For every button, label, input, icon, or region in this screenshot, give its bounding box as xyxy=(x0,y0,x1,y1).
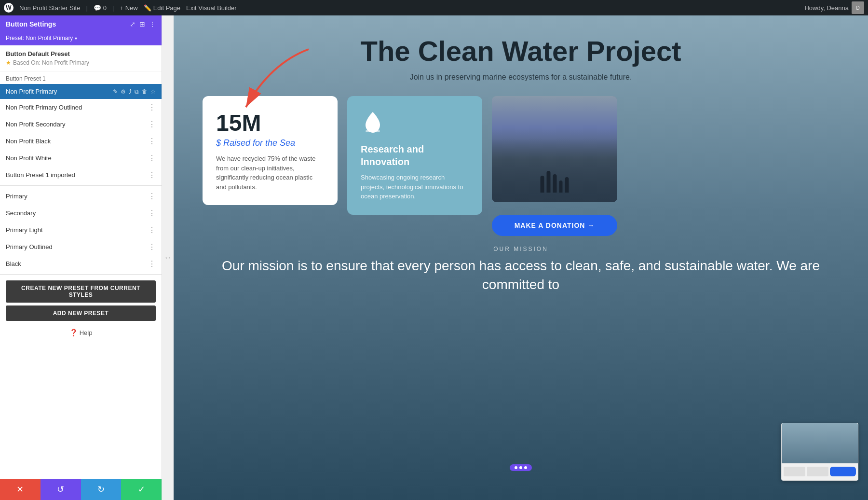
star-preset-icon[interactable]: ☆ xyxy=(150,88,156,95)
add-new-preset-button[interactable]: ADD NEW PRESET xyxy=(6,306,156,321)
more-icon-primary-outlined[interactable]: ⋮ xyxy=(148,242,156,251)
more-icon-non-profit-white[interactable]: ⋮ xyxy=(148,153,156,163)
card-number: 15M xyxy=(216,110,324,136)
preset-item-non-profit-black[interactable]: Non Profit Black ⋮ xyxy=(0,133,162,150)
preset-item-primary-outlined[interactable]: Primary Outlined ⋮ xyxy=(0,238,162,255)
mission-text: Our mission is to ensure that every pers… xyxy=(203,256,839,294)
preset-item-non-profit-white[interactable]: Non Profit White ⋮ xyxy=(0,150,162,167)
thumbnail-preview[interactable] xyxy=(781,423,858,481)
panel-title: Button Settings xyxy=(6,20,56,28)
redo-button[interactable]: ↻ xyxy=(81,479,122,500)
more-icon-non-profit-primary-outlined[interactable]: ⋮ xyxy=(148,103,156,112)
nav-separator-2: | xyxy=(112,4,114,12)
more-icon-non-profit-black[interactable]: ⋮ xyxy=(148,137,156,146)
preset-item-name-non-profit-white: Non Profit White xyxy=(6,154,148,162)
preset-item-button-preset-1-imported[interactable]: Button Preset 1 imported ⋮ xyxy=(0,167,162,183)
undo-button[interactable]: ↺ xyxy=(41,479,81,500)
card-title-2: Research and Innovation xyxy=(361,143,469,168)
save-button[interactable]: ✓ xyxy=(121,479,162,500)
default-preset-title: Button Default Preset xyxy=(6,50,156,57)
preset-item-name-non-profit-primary: Non Profit Primary xyxy=(6,88,113,95)
panel-divider-2 xyxy=(0,274,162,275)
mission-label: OUR MISSION xyxy=(203,246,839,252)
preset-item-non-profit-secondary[interactable]: Non Profit Secondary ⋮ xyxy=(0,116,162,133)
more-icon-secondary[interactable]: ⋮ xyxy=(148,208,156,218)
nav-edit-page[interactable]: ✏️ Edit Page xyxy=(144,4,180,12)
wp-logo[interactable]: W xyxy=(4,3,14,13)
preset-item-primary[interactable]: Primary ⋮ xyxy=(0,188,162,205)
hero-subtitle: Join us in preserving marine ecosystems … xyxy=(203,73,839,82)
preset-group-label: Button Preset 1 xyxy=(0,71,162,84)
panel-columns-icon[interactable]: ⊞ xyxy=(139,20,145,28)
donation-button-wrap: MAKE A DONATION → xyxy=(492,215,617,236)
preset-item-secondary[interactable]: Secondary ⋮ xyxy=(0,205,162,222)
button-settings-panel: Button Settings ⤢ ⊞ ⋮ Preset: Non Profit… xyxy=(0,15,162,500)
panel-header-icons: ⤢ ⊞ ⋮ xyxy=(130,20,156,28)
delete-preset-icon[interactable]: 🗑 xyxy=(142,88,148,95)
panel-preset-label[interactable]: Preset: Non Profit Primary ▾ xyxy=(0,33,162,45)
preset-item-name-non-profit-black: Non Profit Black xyxy=(6,138,148,145)
preset-item-non-profit-primary[interactable]: Non Profit Primary ✎ ⚙ ⤴ ⧉ 🗑 ☆ xyxy=(0,84,162,99)
preset-item-name-secondary: Secondary xyxy=(6,209,148,217)
redo-icon: ↻ xyxy=(97,484,105,495)
export-preset-icon[interactable]: ⤴ xyxy=(129,88,132,95)
loading-dots xyxy=(510,464,532,471)
nav-comments[interactable]: 💬 0 xyxy=(94,4,107,12)
stats-card: 15M $ Raised for the Sea We have recycle… xyxy=(203,96,338,205)
more-icon-primary-light[interactable]: ⋮ xyxy=(148,225,156,235)
preset-dropdown-arrow: ▾ xyxy=(75,36,77,41)
cancel-icon: ✕ xyxy=(16,484,24,495)
card-raised: $ Raised for the Sea xyxy=(216,138,324,148)
research-card: Research and Innovation Showcasing ongoi… xyxy=(347,96,482,215)
nav-new[interactable]: + New xyxy=(120,4,137,12)
more-icon-button-preset-1-imported[interactable]: ⋮ xyxy=(148,170,156,180)
dot-1 xyxy=(515,466,517,469)
nav-separator-1: | xyxy=(86,4,87,12)
card-desc-1: We have recycled 75% of the waste from o… xyxy=(216,154,324,192)
panel-action-buttons: CREATE NEW PRESET FROM CURRENT STYLES AD… xyxy=(0,277,162,325)
preset-item-name-primary-light: Primary Light xyxy=(6,226,148,234)
preset-item-black[interactable]: Black ⋮ xyxy=(0,255,162,272)
more-icon-black[interactable]: ⋮ xyxy=(148,259,156,268)
duplicate-preset-icon[interactable]: ⧉ xyxy=(135,88,139,95)
card-desc-2: Showcasing ongoing research projects, te… xyxy=(361,173,469,201)
nav-exit-builder[interactable]: Exit Visual Builder xyxy=(186,4,237,12)
preset-item-non-profit-primary-outlined[interactable]: Non Profit Primary Outlined ⋮ xyxy=(0,99,162,116)
panel-body: Button Default Preset ★ Based On: Non Pr… xyxy=(0,45,162,479)
user-avatar: D xyxy=(852,1,864,14)
help-icon: ❓ xyxy=(69,329,78,336)
panel-help[interactable]: ❓ Help xyxy=(0,325,162,340)
dot-3 xyxy=(524,466,527,469)
more-icon-non-profit-secondary[interactable]: ⋮ xyxy=(148,120,156,129)
image-donation-card: MAKE A DONATION → xyxy=(492,96,617,236)
panel-fullscreen-icon[interactable]: ⤢ xyxy=(130,20,136,28)
cancel-button[interactable]: ✕ xyxy=(0,479,41,500)
panel-toolbar: ✕ ↺ ↻ ✓ xyxy=(0,479,162,500)
hero-title: The Clean Water Project xyxy=(203,35,839,67)
nav-site-name[interactable]: Non Profit Starter Site xyxy=(19,4,80,12)
preset-item-name-black: Black xyxy=(6,260,148,267)
make-donation-button[interactable]: MAKE A DONATION → xyxy=(492,215,617,236)
card-image-top xyxy=(492,96,617,202)
dot-2 xyxy=(519,466,522,469)
preset-item-name-button-preset-1-imported: Button Preset 1 imported xyxy=(6,171,148,179)
svg-rect-2 xyxy=(366,130,380,132)
default-preset-section: Button Default Preset ★ Based On: Non Pr… xyxy=(0,45,162,71)
preset-item-primary-light[interactable]: Primary Light ⋮ xyxy=(0,222,162,238)
edit-preset-icon[interactable]: ✎ xyxy=(113,88,118,95)
hero-content: The Clean Water Project Join us in prese… xyxy=(174,15,868,82)
settings-preset-icon[interactable]: ⚙ xyxy=(121,88,126,95)
water-drop-icon xyxy=(361,110,469,138)
preset-item-name-primary: Primary xyxy=(6,193,148,200)
preset-item-name-non-profit-secondary: Non Profit Secondary xyxy=(6,121,148,128)
create-new-preset-button[interactable]: CREATE NEW PRESET FROM CURRENT STYLES xyxy=(6,280,156,303)
default-preset-based: ★ Based On: Non Profit Primary xyxy=(6,59,156,66)
nav-user: Howdy, Deanna D xyxy=(804,1,864,14)
resize-handle[interactable]: ↔ xyxy=(162,15,174,500)
more-icon-primary[interactable]: ⋮ xyxy=(148,192,156,201)
panel-more-icon[interactable]: ⋮ xyxy=(149,20,156,28)
panel-divider-1 xyxy=(0,185,162,186)
preset-item-name-non-profit-primary-outlined: Non Profit Primary Outlined xyxy=(6,104,148,111)
undo-icon: ↺ xyxy=(57,484,64,495)
mission-section: OUR MISSION Our mission is to ensure tha… xyxy=(174,236,868,294)
